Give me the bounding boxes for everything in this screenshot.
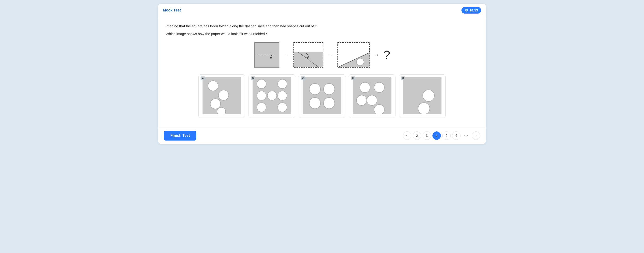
- option-e[interactable]: E: [399, 74, 446, 118]
- svg-point-37: [418, 103, 430, 114]
- page-6-button[interactable]: 6: [452, 131, 460, 140]
- svg-point-32: [357, 95, 367, 105]
- svg-point-25: [309, 83, 320, 95]
- option-a-image: [201, 77, 243, 114]
- finish-test-button[interactable]: Finish Test: [164, 131, 196, 141]
- arrow2: →: [328, 52, 333, 58]
- page-4-button[interactable]: 4: [432, 131, 441, 140]
- next-page-button[interactable]: →: [472, 131, 480, 140]
- svg-rect-24: [303, 77, 342, 114]
- step2-diagram: [293, 42, 324, 68]
- svg-point-36: [423, 90, 434, 101]
- option-e-label: E: [401, 76, 405, 80]
- page-5-button[interactable]: 5: [442, 131, 451, 140]
- content-area: Imagine that the square has been folded …: [158, 17, 486, 127]
- svg-point-30: [360, 82, 370, 93]
- svg-point-27: [309, 97, 320, 109]
- option-b[interactable]: B: [248, 74, 295, 118]
- arrow3: →: [374, 52, 379, 58]
- option-c-image: [301, 77, 343, 114]
- svg-point-14: [210, 99, 221, 109]
- svg-point-17: [257, 79, 266, 89]
- timer-badge: ⏱ 10:53: [462, 7, 481, 13]
- svg-point-26: [324, 83, 335, 95]
- option-d-label: D: [351, 76, 356, 80]
- timer-value: 10:53: [470, 8, 478, 12]
- svg-point-28: [324, 97, 335, 109]
- option-d-image: [351, 77, 393, 114]
- clock-icon: ⏱: [465, 8, 468, 12]
- option-c-label: C: [301, 76, 306, 80]
- option-a-label: A: [200, 76, 205, 80]
- option-d[interactable]: D: [349, 74, 396, 118]
- question-line1: Imagine that the square has been folded …: [166, 24, 478, 29]
- diagram-area: → →: [166, 42, 478, 68]
- svg-point-34: [374, 104, 384, 114]
- options-row: A B: [166, 74, 478, 118]
- svg-point-23: [278, 103, 287, 112]
- arrow1: →: [284, 52, 289, 58]
- option-b-image: [251, 77, 293, 114]
- svg-point-12: [208, 81, 218, 91]
- step1-diagram: [254, 42, 280, 68]
- svg-point-22: [257, 103, 266, 112]
- option-a[interactable]: A: [198, 74, 245, 118]
- question-mark: ?: [384, 48, 390, 62]
- svg-point-21: [278, 91, 287, 100]
- header: Mock Test ⏱ 10:53: [158, 4, 486, 17]
- main-container: Mock Test ⏱ 10:53 Imagine that the squar…: [158, 4, 486, 144]
- page-2-button[interactable]: 2: [413, 131, 421, 140]
- svg-point-15: [217, 107, 226, 114]
- option-e-image: [401, 77, 443, 114]
- svg-point-31: [374, 82, 384, 93]
- prev-page-button[interactable]: ←: [403, 131, 412, 140]
- step3-diagram: [337, 42, 370, 68]
- question-line2: Which image shows how the paper would lo…: [166, 31, 478, 37]
- svg-point-18: [278, 79, 287, 89]
- svg-point-10: [356, 58, 364, 66]
- svg-point-13: [218, 90, 229, 100]
- footer: Finish Test ← 2 3 4 5 6 ··· →: [158, 127, 486, 144]
- page-3-button[interactable]: 3: [422, 131, 431, 140]
- svg-rect-4: [294, 52, 323, 67]
- svg-point-20: [268, 91, 277, 100]
- pagination: ← 2 3 4 5 6 ··· →: [403, 131, 480, 140]
- svg-point-33: [367, 95, 377, 105]
- option-b-label: B: [251, 76, 255, 80]
- header-title: Mock Test: [163, 8, 181, 12]
- svg-point-19: [257, 91, 266, 100]
- option-c[interactable]: C: [298, 74, 346, 118]
- pagination-dots: ···: [462, 131, 470, 140]
